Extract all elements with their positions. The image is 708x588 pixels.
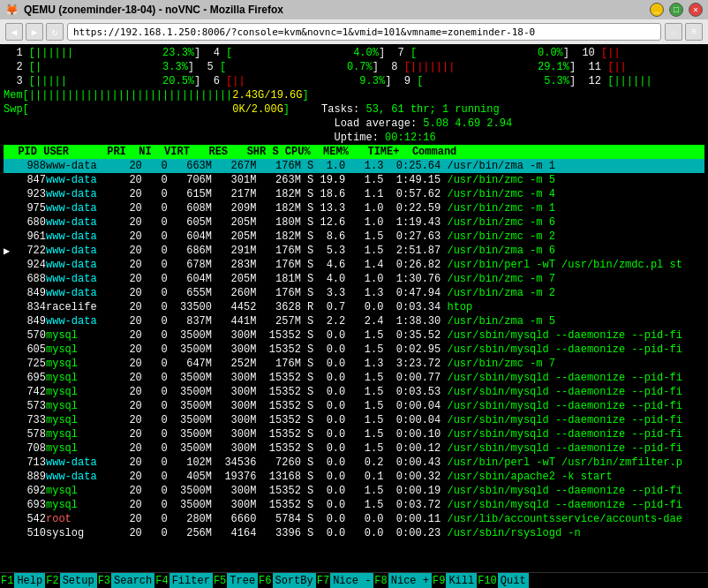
fkey-num-kill: F9 bbox=[432, 575, 446, 587]
table-row[interactable]: 849 www-data 20 0 837M 441M 257M S 2.2 2… bbox=[4, 314, 704, 328]
fkey-label-nice -: Nice - bbox=[330, 573, 373, 589]
table-row[interactable]: 542 root 20 0 280M 6660 5784 S 0.0 0.0 0… bbox=[4, 512, 704, 526]
forward-button[interactable]: ▶ bbox=[26, 23, 43, 41]
fkey-num-nice +: F8 bbox=[373, 575, 388, 587]
table-row[interactable]: 834 racelife 20 0 33500 4452 3628 R 0.7 … bbox=[4, 300, 704, 314]
table-row[interactable]: 693 mysql 20 0 3500M 300M 15352 S 0.0 1.… bbox=[4, 498, 704, 512]
fkey-num-quit: F10 bbox=[477, 575, 498, 587]
table-row[interactable]: 692 mysql 20 0 3500M 300M 15352 S 0.0 1.… bbox=[4, 484, 704, 498]
table-row[interactable]: 570 mysql 20 0 3500M 300M 15352 S 0.0 1.… bbox=[4, 328, 704, 343]
fkey-num-setup: F2 bbox=[45, 575, 59, 587]
table-row[interactable]: 889 www-data 20 0 405M 19376 13168 S 0.0… bbox=[4, 470, 704, 484]
bottom-key-filter[interactable]: F4Filter bbox=[154, 573, 213, 589]
bottom-key-kill[interactable]: F9Kill bbox=[432, 573, 477, 589]
table-row[interactable]: 847 www-data 20 0 706M 301M 263M S 19.9 … bbox=[4, 173, 704, 187]
table-row[interactable]: 510 syslog 20 0 256M 4164 3396 S 0.0 0.0… bbox=[4, 526, 704, 540]
maximize-button[interactable]: □ bbox=[669, 3, 683, 17]
menu-button[interactable]: ≡ bbox=[685, 23, 703, 41]
bottom-key-setup[interactable]: F2Setup bbox=[45, 573, 96, 589]
fkey-num-sortby: F6 bbox=[258, 575, 272, 587]
table-row[interactable]: 713 www-data 20 0 102M 34536 7260 S 0.0 … bbox=[4, 456, 704, 470]
table-row[interactable]: 961 www-data 20 0 604M 205M 182M S 8.6 1… bbox=[4, 230, 704, 244]
process-table: 988 www-data 20 0 663M 267M 176M S 1.0 1… bbox=[4, 159, 704, 540]
back-button[interactable]: ◀ bbox=[5, 23, 23, 41]
bottom-key-nice +[interactable]: F8Nice + bbox=[373, 573, 432, 589]
fkey-num-filter: F4 bbox=[154, 575, 169, 587]
fkey-label-search: Search bbox=[111, 573, 154, 589]
table-row[interactable]: 725 mysql 20 0 647M 252M 176M S 0.0 1.3 … bbox=[4, 357, 704, 371]
bottom-bar: F1HelpF2SetupF3SearchF4FilterF5TreeF6Sor… bbox=[0, 572, 708, 588]
fkey-label-help: Help bbox=[14, 573, 45, 589]
cpu-row-3: 3 [||||| 20.5%] 6 [|| 9.3%] 9 [ 5.3%] 12… bbox=[4, 74, 704, 88]
fkey-label-quit: Quit bbox=[498, 573, 529, 589]
cpu-row-2: 2 [| 3.3%] 5 [ 0.7%] 8 [||||||| 29.1%] 1… bbox=[4, 60, 704, 74]
table-row[interactable]: 733 mysql 20 0 3500M 300M 15352 S 0.0 1.… bbox=[4, 413, 704, 427]
fkey-label-setup: Setup bbox=[60, 573, 97, 589]
fkey-label-sortby: SortBy bbox=[273, 573, 316, 589]
app-icon: 🦊 bbox=[5, 4, 19, 17]
table-row[interactable]: 573 mysql 20 0 3500M 300M 15352 S 0.0 1.… bbox=[4, 399, 704, 413]
fkey-label-filter: Filter bbox=[169, 573, 213, 589]
bottom-key-nice -[interactable]: F7Nice - bbox=[316, 573, 374, 589]
swp-row: Swp[ 0K/2.00G] Tasks: 53, 61 thr; 1 runn… bbox=[4, 102, 704, 117]
load-row: Load average: 5.08 4.69 2.94 bbox=[4, 117, 704, 131]
header-label: PID USER PRI NI VIRT RES SHR S CPU% MEM%… bbox=[5, 146, 456, 158]
terminal: 1 [|||||| 23.3%] 4 [ 4.0%] 7 [ 0.0%] 10 … bbox=[0, 44, 708, 542]
minimize-button[interactable]: _ bbox=[650, 3, 664, 17]
uptime-row: Uptime: 00:12:16 bbox=[4, 131, 704, 145]
reload-button[interactable]: ↻ bbox=[46, 23, 64, 41]
table-header: PID USER PRI NI VIRT RES SHR S CPU% MEM%… bbox=[4, 145, 704, 159]
mem-row: Mem[||||||||||||||||||||||||||||||||2.43… bbox=[4, 88, 704, 102]
bottom-key-help[interactable]: F1Help bbox=[0, 573, 45, 589]
fkey-label-nice +: Nice + bbox=[388, 573, 432, 589]
titlebar: 🦊 QEMU (zoneminder-18-04) - noVNC - Mozi… bbox=[0, 0, 708, 19]
table-row[interactable]: 688 www-data 20 0 604M 205M 181M S 4.0 1… bbox=[4, 272, 704, 286]
bottom-key-quit[interactable]: F10Quit bbox=[477, 573, 528, 589]
table-row[interactable]: ▶722 www-data 20 0 686M 291M 176M S 5.3 … bbox=[4, 244, 704, 258]
fkey-label-kill: Kill bbox=[446, 573, 477, 589]
table-row[interactable]: 695 mysql 20 0 3500M 300M 15352 S 0.0 1.… bbox=[4, 371, 704, 385]
close-button[interactable]: ✕ bbox=[689, 3, 703, 17]
bottom-key-tree[interactable]: F5Tree bbox=[213, 573, 258, 589]
address-field[interactable]: https://192.168.1.250:8006/?console=kvm&… bbox=[67, 23, 661, 41]
table-row[interactable]: 923 www-data 20 0 615M 217M 182M S 18.6 … bbox=[4, 187, 704, 201]
addressbar: ◀ ▶ ↻ https://192.168.1.250:8006/?consol… bbox=[0, 19, 708, 44]
bottom-key-search[interactable]: F3Search bbox=[97, 573, 155, 589]
fkey-num-help: F1 bbox=[0, 575, 14, 587]
fkey-num-nice -: F7 bbox=[316, 575, 330, 587]
table-row[interactable]: 975 www-data 20 0 608M 209M 182M S 13.3 … bbox=[4, 201, 704, 215]
table-row[interactable]: 988 www-data 20 0 663M 267M 176M S 1.0 1… bbox=[4, 159, 704, 173]
table-row[interactable]: 849 www-data 20 0 655M 260M 176M S 3.3 1… bbox=[4, 286, 704, 300]
fkey-num-search: F3 bbox=[97, 575, 111, 587]
bottom-key-sortby[interactable]: F6SortBy bbox=[258, 573, 316, 589]
fkey-label-tree: Tree bbox=[227, 573, 258, 589]
fkey-num-tree: F5 bbox=[213, 575, 227, 587]
bookmark-button[interactable]: ☆ bbox=[665, 23, 682, 41]
table-row[interactable]: 680 www-data 20 0 605M 205M 180M S 12.6 … bbox=[4, 215, 704, 230]
table-row[interactable]: 742 mysql 20 0 3500M 300M 15352 S 0.0 1.… bbox=[4, 385, 704, 399]
window-title: QEMU (zoneminder-18-04) - noVNC - Mozill… bbox=[24, 4, 644, 16]
table-row[interactable]: 708 mysql 20 0 3500M 300M 15352 S 0.0 1.… bbox=[4, 441, 704, 456]
table-row[interactable]: 605 mysql 20 0 3500M 300M 15352 S 0.0 1.… bbox=[4, 343, 704, 357]
table-row[interactable]: 924 www-data 20 0 678M 283M 176M S 4.6 1… bbox=[4, 258, 704, 272]
table-row[interactable]: 578 mysql 20 0 3500M 300M 15352 S 0.0 1.… bbox=[4, 427, 704, 441]
cpu-row-1: 1 [|||||| 23.3%] 4 [ 4.0%] 7 [ 0.0%] 10 … bbox=[4, 46, 704, 60]
